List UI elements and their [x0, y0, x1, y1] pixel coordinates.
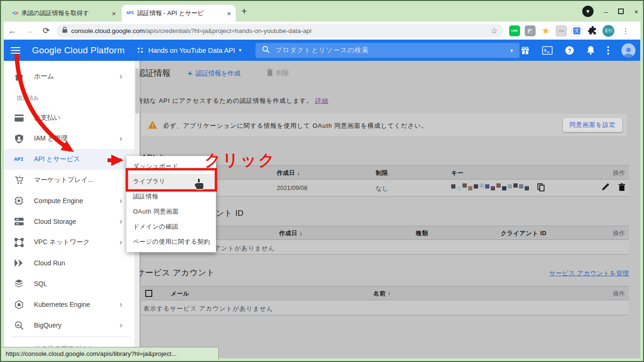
- column-header-email[interactable]: メール: [171, 290, 190, 298]
- project-name: Hands on YouTube Data API: [148, 47, 235, 54]
- gray-extension-icon[interactable]: ◩: [525, 25, 536, 36]
- tab-close-icon[interactable]: ×: [112, 9, 116, 17]
- puzzle-extensions-icon[interactable]: [587, 25, 598, 36]
- menu-item-dashboard[interactable]: ダッシュボード: [126, 159, 216, 174]
- create-credentials-button[interactable]: + 認証情報を作成: [188, 69, 240, 78]
- service-accounts-table: メール 名前↑ 操作 表示するサービス アカウントがありません: [141, 286, 629, 315]
- tab-strip: <> 承認の認証情報を取得す × API 認証情報 - API とサービ × +…: [4, 1, 640, 22]
- copy-icon[interactable]: [537, 183, 545, 193]
- cloud-shell-icon[interactable]: [542, 46, 553, 55]
- browser-window: <> 承認の認証情報を取得す × API 認証情報 - API とサービ × +…: [0, 0, 644, 362]
- column-header-name[interactable]: 名前↑: [373, 290, 391, 298]
- search-icon: [262, 46, 270, 55]
- browser-account-avatar[interactable]: 宏行: [603, 25, 614, 37]
- sort-down-icon: ↓: [299, 230, 303, 237]
- api-key-created: 2021/09/08: [277, 184, 307, 191]
- back-icon[interactable]: ←: [4, 26, 21, 36]
- url-text: console.cloud.google.com/apis/credential…: [71, 27, 487, 34]
- column-header-created[interactable]: 作成日↓: [277, 169, 300, 177]
- sidebar-item-cloud-storage[interactable]: Cloud Storage ›: [4, 211, 134, 232]
- cloud-run-icon: [4, 259, 34, 267]
- sql-icon: [4, 280, 34, 288]
- column-header-client-id[interactable]: クライアント ID: [501, 230, 546, 238]
- column-header-key[interactable]: キー: [451, 169, 463, 177]
- sidebar-item-billing[interactable]: お支払い: [4, 107, 134, 128]
- reload-icon[interactable]: ⟳: [38, 25, 55, 36]
- sidebar-item-vpc-network[interactable]: VPC ネットワーク ›: [4, 232, 134, 253]
- chevron-right-icon: ›: [120, 134, 122, 143]
- chevron-down-icon[interactable]: ▾: [510, 48, 513, 54]
- tab-inactive[interactable]: <> 承認の認証情報を取得す ×: [8, 5, 120, 22]
- edit-pencil-icon[interactable]: [602, 183, 609, 193]
- delete-trash-icon[interactable]: [619, 183, 625, 193]
- sidebar-item-marketplace[interactable]: マーケットプレイ...: [4, 170, 134, 190]
- warning-icon: [148, 121, 157, 131]
- help-icon[interactable]: ?: [565, 46, 574, 55]
- lock-icon: [62, 26, 67, 35]
- sidebar-item-sql[interactable]: SQL: [4, 273, 134, 294]
- project-selector[interactable]: Hands on YouTube Data API ▾: [137, 47, 241, 54]
- gcp-header: Google Cloud Platform Hands on YouTube D…: [4, 40, 640, 61]
- column-header-actions: 操作: [613, 169, 625, 177]
- tab-active[interactable]: API 認証情報 - API とサービ ×: [122, 5, 236, 22]
- maximize-button[interactable]: [618, 8, 624, 14]
- tab-title: 認証情報 - API とサービ: [137, 9, 224, 17]
- sidebar-item-apis-services[interactable]: API API とサービス ›: [4, 149, 134, 170]
- sidebar-item-kubernetes-engine[interactable]: Kubernetes Engine ›: [4, 294, 134, 315]
- manage-service-accounts-link[interactable]: サービス アカウントを管理: [549, 269, 629, 278]
- gcp-account-avatar[interactable]: [621, 43, 636, 58]
- service-accounts-empty-message: 表示するサービス アカウントがありません: [143, 304, 273, 313]
- column-header-restriction[interactable]: 制限: [376, 169, 388, 177]
- new-tab-button[interactable]: +: [241, 7, 247, 16]
- column-header-actions: 操作: [613, 230, 625, 238]
- browser-profile-menu-icon[interactable]: ▼: [582, 6, 594, 17]
- select-all-checkbox[interactable]: [145, 290, 152, 297]
- forward-icon[interactable]: →: [21, 26, 38, 36]
- browser-menu-kebab-icon[interactable]: ⋮: [622, 26, 629, 35]
- plus-icon: +: [188, 69, 192, 78]
- trash-icon: [267, 69, 273, 77]
- address-bar: ← → ⟳ console.cloud.google.com/apis/cred…: [4, 22, 640, 40]
- page-description: 有効な API にアクセスするための認証情報を作成します。 詳細: [137, 97, 328, 105]
- sidebar-item-iam[interactable]: IAM と管理 ›: [4, 128, 134, 149]
- line-extension-icon[interactable]: LINE: [509, 25, 520, 36]
- translate-extension-icon[interactable]: 文: [571, 25, 582, 36]
- menu-item-credentials[interactable]: 認証情報: [126, 189, 216, 204]
- sidebar-item-bigquery[interactable]: BigQuery ›: [4, 315, 134, 336]
- header-kebab-icon[interactable]: [607, 46, 609, 55]
- shield-person-icon: [4, 134, 34, 143]
- menu-item-library[interactable]: ライブラリ: [126, 174, 216, 189]
- page-title: 認証情報: [137, 67, 171, 79]
- star-extension-icon[interactable]: ★: [540, 25, 551, 36]
- hamburger-menu-icon[interactable]: [4, 47, 27, 54]
- sidebar-item-cloud-run[interactable]: Cloud Run: [4, 253, 134, 273]
- column-header-created[interactable]: 作成日↓: [279, 230, 303, 238]
- sort-up-icon: ↑: [388, 290, 391, 297]
- warning-text: 必ず、アプリケーションに関する情報を使用して OAuth 同意画面を構成してくだ…: [163, 122, 428, 130]
- column-header-type[interactable]: 種類: [416, 230, 428, 238]
- configure-consent-screen-button[interactable]: 同意画面を設定: [563, 118, 622, 132]
- search-input[interactable]: プロダクトとリソースの検索 ▾: [256, 43, 520, 58]
- chevron-right-icon: ›: [120, 238, 122, 247]
- url-field[interactable]: console.cloud.google.com/apis/credential…: [57, 24, 504, 38]
- api-key-mosaic: [451, 184, 529, 189]
- tab-close-icon[interactable]: ×: [227, 9, 231, 17]
- delete-button[interactable]: 削除: [267, 69, 289, 77]
- menu-item-oauth-consent[interactable]: OAuth 同意画面: [126, 204, 216, 219]
- box-extension-icon[interactable]: Linux: [556, 25, 567, 36]
- notifications-bell-icon[interactable]: [586, 46, 595, 55]
- close-window-button[interactable]: ×: [634, 8, 638, 16]
- gcp-logo[interactable]: Google Cloud Platform: [32, 45, 124, 56]
- menu-item-page-usage-agreements[interactable]: ページの使用に関する契約: [126, 234, 216, 249]
- service-accounts-title: サービス アカウント: [137, 267, 215, 278]
- minimize-button[interactable]: –: [604, 8, 608, 16]
- gift-icon[interactable]: [520, 46, 530, 55]
- bookmark-star-icon[interactable]: ☆: [491, 26, 498, 36]
- sidebar-item-compute-engine[interactable]: Compute Engine ›: [4, 190, 134, 211]
- sidebar-item-home[interactable]: ホーム ›: [4, 66, 134, 87]
- scrollbar-thumb[interactable]: [135, 68, 139, 114]
- details-link[interactable]: 詳細: [315, 97, 328, 104]
- home-icon: [4, 73, 34, 81]
- menu-item-domain-verification[interactable]: ドメインの確認: [126, 219, 216, 234]
- billing-icon: [4, 115, 34, 122]
